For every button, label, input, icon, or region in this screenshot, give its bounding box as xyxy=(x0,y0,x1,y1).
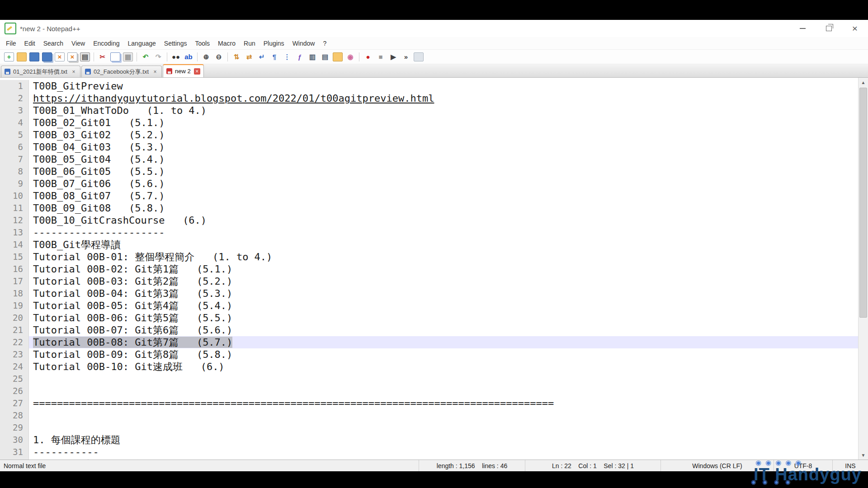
code-text[interactable]: 1. 每個課程的標題 xyxy=(29,434,859,446)
editor-line[interactable]: 11T00B_09_Git08 (5.8.) xyxy=(0,202,859,214)
restore-button[interactable] xyxy=(816,20,842,37)
code-text[interactable] xyxy=(29,422,859,434)
code-text[interactable]: Tutorial 00B-07: Git第6篇 (5.6.) xyxy=(29,324,859,336)
editor-line[interactable]: 27======================================… xyxy=(0,397,859,409)
url-text[interactable]: https://ithandyguytutorial.blogspot.com/… xyxy=(29,92,859,104)
code-text[interactable]: Tutorial 00B-01: 整個學程簡介 (1. to 4.) xyxy=(29,251,859,263)
scroll-down-arrow-icon[interactable]: ▼ xyxy=(859,450,868,460)
editor-line[interactable]: 29 xyxy=(0,422,859,434)
macro-record-button[interactable]: ● xyxy=(362,51,374,63)
document-map-button[interactable]: ▥ xyxy=(307,51,318,63)
paste-button[interactable]: ▦ xyxy=(122,51,134,63)
save-button[interactable] xyxy=(28,51,40,63)
editor-area[interactable]: 1T00B_GitPreview2https://ithandyguytutor… xyxy=(0,78,868,460)
sync-horizontal-scrolling-button[interactable]: ⇄ xyxy=(243,51,255,63)
code-text[interactable]: T00B_05_Git04 (5.4.) xyxy=(29,153,859,165)
editor-line[interactable]: 13---------------------- xyxy=(0,226,859,239)
menu-item-settings[interactable]: Settings xyxy=(160,38,191,48)
print-button[interactable]: ▤ xyxy=(79,51,91,63)
code-text[interactable]: Tutorial 00B-04: Git第3篇 (5.3.) xyxy=(29,287,859,300)
copy-button[interactable] xyxy=(109,51,121,63)
document-list-button[interactable]: ▤ xyxy=(319,51,331,63)
editor-line[interactable]: 20Tutorial 00B-06: Git第5篇 (5.5.) xyxy=(0,312,859,324)
editor-line[interactable]: 23Tutorial 00B-09: Git第8篇 (5.8.) xyxy=(0,348,859,361)
editor-line[interactable]: 1T00B_GitPreview xyxy=(0,80,859,92)
code-text[interactable]: ----------- xyxy=(29,446,859,458)
code-text[interactable]: Tutorial 00B-08: Git第7篇 (5.7.) xyxy=(29,336,859,348)
code-text[interactable]: T00B_02_Git01 (5.1.) xyxy=(29,117,859,129)
editor-line[interactable]: 28 xyxy=(0,409,859,422)
redo-button[interactable]: ↷ xyxy=(152,51,164,63)
cut-button[interactable]: ✂ xyxy=(97,51,108,63)
editor-line[interactable]: 10T00B_08_Git07 (5.7.) xyxy=(0,190,859,202)
save-all-button[interactable] xyxy=(41,51,53,63)
code-text[interactable]: T00B_09_Git08 (5.8.) xyxy=(29,202,859,214)
code-text[interactable]: Tutorial 00B-09: Git第8篇 (5.8.) xyxy=(29,348,859,361)
editor-line[interactable]: 16Tutorial 00B-02: Git第1篇 (5.1.) xyxy=(0,263,859,275)
menu-item-help[interactable]: ? xyxy=(319,38,330,48)
editor-line[interactable]: 14T00B_Git學程導讀 xyxy=(0,239,859,251)
tab-3[interactable]: new 2× xyxy=(163,64,204,77)
editor-line[interactable]: 31----------- xyxy=(0,446,859,458)
editor-line[interactable]: 9T00B_07_Git06 (5.6.) xyxy=(0,178,859,190)
show-all-characters-button[interactable]: ¶ xyxy=(269,51,280,63)
sync-vertical-scrolling-button[interactable]: ⇅ xyxy=(231,51,242,63)
zoom-in-button[interactable]: ⊕ xyxy=(200,51,212,63)
code-text[interactable]: T00B_06_Git05 (5.5.) xyxy=(29,165,859,178)
code-text[interactable]: T00B_01_WhatToDo (1. to 4.) xyxy=(29,104,859,117)
editor-line[interactable]: 19Tutorial 00B-05: Git第4篇 (5.4.) xyxy=(0,300,859,312)
menu-item-view[interactable]: View xyxy=(67,38,89,48)
editor-line[interactable]: 17Tutorial 00B-03: Git第2篇 (5.2.) xyxy=(0,275,859,287)
code-text[interactable]: T00B_GitPreview xyxy=(29,80,859,92)
menu-item-macro[interactable]: Macro xyxy=(214,38,240,48)
code-text[interactable]: ========================================… xyxy=(29,397,859,409)
menu-item-language[interactable]: Language xyxy=(124,38,160,48)
menu-item-plugins[interactable]: Plugins xyxy=(259,38,288,48)
editor-text[interactable]: 1T00B_GitPreview2https://ithandyguytutor… xyxy=(0,78,859,460)
menu-item-file[interactable]: File xyxy=(2,38,20,48)
menu-item-run[interactable]: Run xyxy=(240,38,259,48)
editor-line[interactable]: 4T00B_02_Git01 (5.1.) xyxy=(0,117,859,129)
indent-guide-button[interactable]: ⋮ xyxy=(281,51,293,63)
code-text[interactable] xyxy=(29,409,859,422)
editor-line[interactable]: 5T00B_03_Git02 (5.2.) xyxy=(0,129,859,141)
macro-play-button[interactable]: ▶ xyxy=(387,51,399,63)
close-all-documents-button[interactable]: × xyxy=(66,51,78,63)
editor-line[interactable]: 18Tutorial 00B-04: Git第3篇 (5.3.) xyxy=(0,287,859,300)
code-text[interactable]: T00B_04_Git03 (5.3.) xyxy=(29,141,859,153)
editor-line[interactable]: 12T00B_10_GitCrashCourse (6.) xyxy=(0,214,859,226)
tab-1[interactable]: 01_2021新年特價.txt× xyxy=(1,66,80,77)
close-button[interactable]: × xyxy=(842,20,868,37)
editor-line[interactable]: 25 xyxy=(0,373,859,385)
menu-item-tools[interactable]: Tools xyxy=(191,38,214,48)
tab-2[interactable]: 02_Facebook分享.txt× xyxy=(81,66,162,77)
zoom-out-button[interactable]: ⊖ xyxy=(213,51,225,63)
editor-line[interactable]: 6T00B_04_Git03 (5.3.) xyxy=(0,141,859,153)
code-text[interactable]: T00B_07_Git06 (5.6.) xyxy=(29,178,859,190)
close-document-button[interactable]: × xyxy=(54,51,66,63)
code-text[interactable] xyxy=(29,385,859,397)
tab-close-icon[interactable]: × xyxy=(152,69,158,75)
menu-item-edit[interactable]: Edit xyxy=(20,38,39,48)
scroll-up-arrow-icon[interactable]: ▲ xyxy=(859,78,868,87)
editor-line[interactable]: 7T00B_05_Git04 (5.4.) xyxy=(0,153,859,165)
editor-line[interactable]: 3T00B_01_WhatToDo (1. to 4.) xyxy=(0,104,859,117)
tab-close-icon[interactable]: × xyxy=(71,69,77,75)
macro-run-multiple-button[interactable]: » xyxy=(400,51,412,63)
open-folder-button[interactable] xyxy=(16,51,28,63)
code-text[interactable] xyxy=(29,373,859,385)
menu-item-encoding[interactable]: Encoding xyxy=(89,38,123,48)
vertical-scrollbar[interactable]: ▲ ▼ xyxy=(858,78,868,460)
find-button[interactable]: ●● xyxy=(170,51,182,63)
code-text[interactable]: Tutorial 00B-03: Git第2篇 (5.2.) xyxy=(29,275,859,287)
undo-button[interactable]: ↶ xyxy=(140,51,151,63)
minimize-button[interactable] xyxy=(789,20,816,37)
code-text[interactable]: Tutorial 00B-05: Git第4篇 (5.4.) xyxy=(29,300,859,312)
folder-as-workspace-button[interactable] xyxy=(332,51,344,63)
code-text[interactable]: Tutorial 00B-06: Git第5篇 (5.5.) xyxy=(29,312,859,324)
code-text[interactable]: T00B_03_Git02 (5.2.) xyxy=(29,129,859,141)
replace-button[interactable]: ab xyxy=(183,51,194,63)
new-file-button[interactable]: + xyxy=(3,51,15,63)
editor-line[interactable]: 301. 每個課程的標題 xyxy=(0,434,859,446)
code-text[interactable]: T00B_10_GitCrashCourse (6.) xyxy=(29,214,859,226)
